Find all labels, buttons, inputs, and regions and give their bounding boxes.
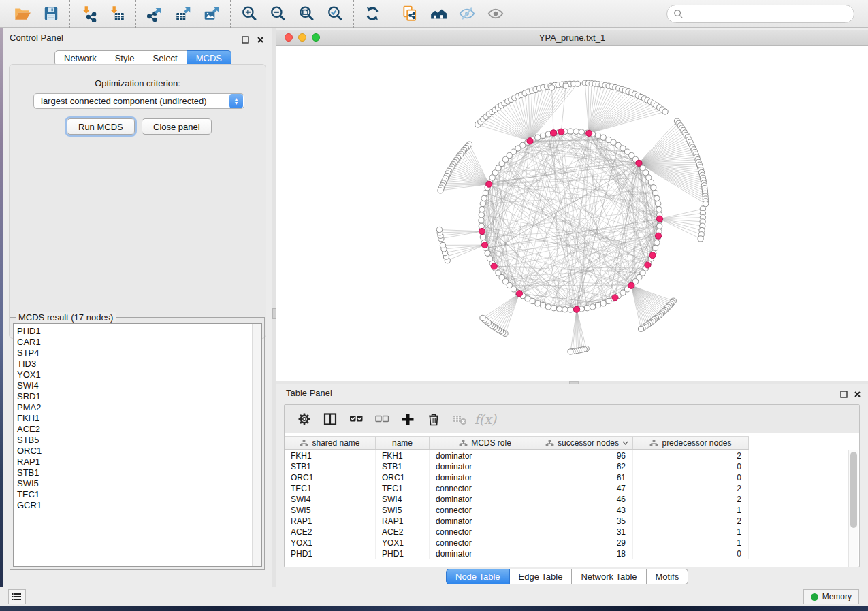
- table-cell[interactable]: 96: [541, 450, 633, 461]
- table-cell[interactable]: dominator: [430, 516, 541, 527]
- table-cell[interactable]: TEC1: [285, 483, 376, 494]
- mcds-result-item[interactable]: STB5: [17, 435, 261, 446]
- list-scrollbar[interactable]: [252, 324, 261, 566]
- mcds-result-item[interactable]: STB1: [17, 467, 261, 478]
- table-cell[interactable]: 35: [541, 516, 633, 527]
- table-row[interactable]: FKH1FKH1dominator962: [285, 450, 848, 461]
- tab-motifs[interactable]: Motifs: [647, 569, 689, 584]
- table-cell[interactable]: SWI4: [285, 494, 376, 505]
- mcds-result-item[interactable]: PMA2: [17, 402, 261, 413]
- run-mcds-button[interactable]: Run MCDS: [67, 118, 135, 135]
- tab-edge-table[interactable]: Edge Table: [510, 569, 573, 584]
- table-cell[interactable]: SWI5: [285, 505, 376, 516]
- memory-button[interactable]: Memory: [803, 589, 859, 604]
- mcds-result-item[interactable]: TID3: [17, 359, 261, 369]
- float-window-icon[interactable]: [242, 34, 249, 42]
- table-row[interactable]: ACE2ACE2connector311: [285, 527, 848, 538]
- mcds-result-item[interactable]: SWI5: [17, 478, 261, 489]
- scrollbar-thumb[interactable]: [850, 452, 857, 528]
- column-header-predecessor-nodes[interactable]: predecessor nodes: [633, 437, 749, 449]
- save-session-button[interactable]: [37, 2, 65, 25]
- split-panel-button[interactable]: [319, 408, 342, 430]
- search-box[interactable]: [666, 5, 854, 23]
- table-cell[interactable]: PHD1: [285, 548, 376, 559]
- table-cell[interactable]: 2: [633, 516, 749, 527]
- column-header-name[interactable]: name: [376, 437, 430, 449]
- search-input[interactable]: [684, 7, 854, 21]
- table-cell[interactable]: RAP1: [376, 516, 430, 527]
- mcds-result-item[interactable]: YOX1: [17, 369, 261, 380]
- mcds-result-item[interactable]: FKH1: [17, 413, 261, 424]
- mcds-result-list[interactable]: PHD1CAR1STP4TID3YOX1SWI4SRD1PMA2FKH1ACE2…: [13, 323, 262, 567]
- import-table-button[interactable]: [103, 2, 131, 25]
- table-cell[interactable]: 62: [541, 461, 633, 472]
- float-window-icon[interactable]: [840, 389, 848, 396]
- table-cell[interactable]: 61: [541, 472, 633, 483]
- mcds-result-item[interactable]: STP4: [17, 348, 261, 359]
- table-cell[interactable]: 43: [541, 505, 633, 516]
- table-row[interactable]: STB1STB1dominator620: [285, 461, 848, 472]
- table-cell[interactable]: ORC1: [376, 472, 430, 483]
- table-cell[interactable]: 0: [633, 548, 749, 559]
- delete-button[interactable]: [422, 408, 445, 430]
- table-cell[interactable]: RAP1: [285, 516, 376, 527]
- table-cell[interactable]: FKH1: [285, 450, 376, 461]
- mcds-result-item[interactable]: ACE2: [17, 424, 261, 435]
- refresh-button[interactable]: [358, 2, 387, 25]
- table-cell[interactable]: connector: [430, 538, 541, 548]
- table-header-row[interactable]: shared namename MCDS role successor node…: [285, 436, 749, 450]
- table-cell[interactable]: 18: [541, 548, 633, 559]
- table-cell[interactable]: connector: [430, 505, 541, 516]
- table-cell[interactable]: connector: [430, 527, 541, 538]
- tab-network-table[interactable]: Network Table: [572, 569, 646, 584]
- table-cell[interactable]: SWI4: [376, 494, 430, 505]
- table-cell[interactable]: 31: [541, 527, 633, 538]
- tab-node-table[interactable]: Node Table: [446, 569, 510, 584]
- table-cell[interactable]: dominator: [430, 450, 541, 461]
- table-cell[interactable]: dominator: [430, 548, 541, 559]
- gear-button[interactable]: [293, 408, 316, 430]
- show-eye-button[interactable]: [481, 2, 510, 25]
- hide-eye-button[interactable]: [453, 2, 481, 25]
- table-cell[interactable]: ACE2: [285, 527, 376, 538]
- export-table-button[interactable]: [169, 2, 197, 25]
- table-body[interactable]: FKH1FKH1dominator962STB1STB1dominator620…: [285, 450, 848, 567]
- table-cell[interactable]: 2: [633, 450, 749, 461]
- column-header-MCDS-role[interactable]: MCDS role: [430, 437, 541, 449]
- table-row[interactable]: PHD1PHD1dominator180: [285, 548, 848, 559]
- close-icon[interactable]: [854, 389, 861, 396]
- mcds-result-item[interactable]: PHD1: [17, 326, 261, 337]
- mcds-result-item[interactable]: RAP1: [17, 457, 261, 467]
- table-scrollbar[interactable]: [848, 450, 858, 567]
- add-column-button[interactable]: [396, 408, 419, 430]
- deselect-all-button[interactable]: [370, 408, 393, 430]
- table-row[interactable]: SWI5SWI5connector431: [285, 505, 848, 516]
- table-cell[interactable]: 1: [633, 527, 749, 538]
- table-cell[interactable]: dominator: [430, 494, 541, 505]
- table-cell[interactable]: 2: [633, 494, 749, 505]
- table-cell[interactable]: YOX1: [376, 538, 430, 548]
- column-header-shared-name[interactable]: shared name: [285, 437, 376, 449]
- table-row[interactable]: SWI4SWI4dominator462: [285, 494, 848, 505]
- table-cell[interactable]: 1: [633, 505, 749, 516]
- select-all-button[interactable]: [344, 408, 368, 430]
- table-cell[interactable]: dominator: [430, 461, 541, 472]
- mcds-result-item[interactable]: TEC1: [17, 489, 261, 500]
- zoom-selected-button[interactable]: [321, 2, 349, 25]
- open-file-button[interactable]: [8, 2, 37, 25]
- table-cell[interactable]: 29: [541, 538, 633, 548]
- table-cell[interactable]: SWI5: [376, 505, 430, 516]
- network-canvas[interactable]: [276, 46, 868, 381]
- console-button[interactable]: [8, 589, 26, 604]
- network-window-titlebar[interactable]: YPA_prune.txt_1: [276, 30, 868, 46]
- close-icon[interactable]: [257, 34, 264, 42]
- import-network-button[interactable]: [74, 2, 103, 25]
- optimization-criterion-select[interactable]: largest connected component (undirected)…: [33, 93, 244, 109]
- table-cell[interactable]: 1: [633, 538, 749, 548]
- table-cell[interactable]: ACE2: [376, 527, 430, 538]
- houses-button[interactable]: [424, 2, 453, 25]
- zoom-out-button[interactable]: [263, 2, 292, 25]
- table-cell[interactable]: 47: [541, 483, 633, 494]
- table-cell[interactable]: ORC1: [285, 472, 376, 483]
- share-document-button[interactable]: [396, 2, 424, 25]
